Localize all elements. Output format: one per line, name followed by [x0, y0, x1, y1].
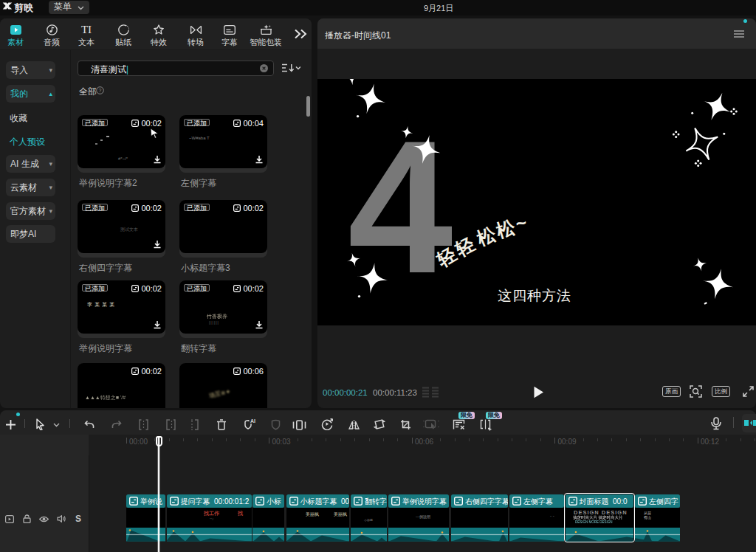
svg-text:AI: AI [250, 418, 255, 424]
svg-text:?: ? [99, 88, 102, 93]
